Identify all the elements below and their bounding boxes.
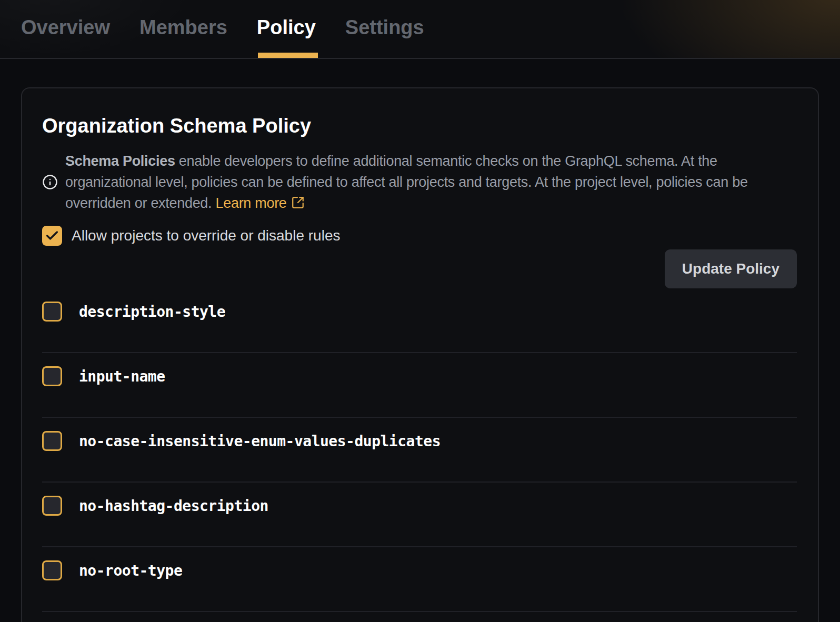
external-link-icon: [291, 196, 305, 209]
rule-row-description-style: description-style: [42, 288, 797, 353]
rule-row-no-hashtag-description: no-hashtag-description: [42, 483, 797, 547]
tab-settings[interactable]: Settings: [345, 0, 424, 58]
tab-members-label: Members: [139, 16, 227, 39]
rule-checkbox-description-style[interactable]: [42, 302, 62, 322]
learn-more-label: Learn more: [216, 195, 287, 211]
rule-checkbox-no-root-type[interactable]: [42, 560, 62, 580]
tab-policy[interactable]: Policy: [257, 0, 316, 58]
rule-name: no-hashtag-description: [79, 497, 268, 515]
rule-row-input-name: input-name: [42, 353, 797, 418]
tab-policy-label: Policy: [257, 16, 316, 39]
info-icon: [42, 174, 58, 190]
rule-row-no-case-insensitive-enum-values-duplicates: no-case-insensitive-enum-values-duplicat…: [42, 418, 797, 483]
tab-settings-label: Settings: [345, 16, 424, 39]
tab-members[interactable]: Members: [139, 0, 227, 58]
update-policy-button[interactable]: Update Policy: [665, 249, 797, 288]
page-title: Organization Schema Policy: [42, 114, 797, 138]
learn-more-link[interactable]: Learn more: [216, 195, 305, 211]
allow-override-row: Allow projects to override or disable ru…: [42, 225, 797, 246]
rule-name: no-root-type: [79, 562, 182, 579]
tab-overview[interactable]: Overview: [21, 0, 110, 58]
rule-checkbox-no-hashtag-description[interactable]: [42, 496, 62, 516]
button-row: Update Policy: [42, 249, 797, 288]
schema-policy-card: Organization Schema Policy Schema Polici…: [21, 87, 819, 622]
check-icon: [45, 228, 59, 243]
rule-name: description-style: [79, 303, 225, 320]
rule-name: no-case-insensitive-enum-values-duplicat…: [79, 433, 441, 450]
tab-bar: Overview Members Policy Settings: [0, 0, 840, 59]
tab-overview-label: Overview: [21, 16, 110, 39]
allow-override-checkbox[interactable]: [42, 226, 62, 246]
rules-list: description-style input-name no-case-ins…: [42, 288, 797, 612]
allow-override-label: Allow projects to override or disable ru…: [72, 227, 340, 244]
main-content: Organization Schema Policy Schema Polici…: [0, 59, 840, 622]
policy-info-banner: Schema Policies enable developers to def…: [42, 151, 797, 214]
policy-description: Schema Policies enable developers to def…: [65, 151, 797, 214]
rule-name: input-name: [79, 368, 165, 385]
policy-description-bold: Schema Policies: [65, 153, 175, 169]
rule-row-no-root-type: no-root-type: [42, 547, 797, 612]
tabs: Overview Members Policy Settings: [0, 0, 840, 58]
rule-checkbox-input-name[interactable]: [42, 366, 62, 386]
rule-checkbox-no-case-insensitive-enum-values-duplicates[interactable]: [42, 431, 62, 451]
active-tab-underline: [258, 53, 318, 58]
